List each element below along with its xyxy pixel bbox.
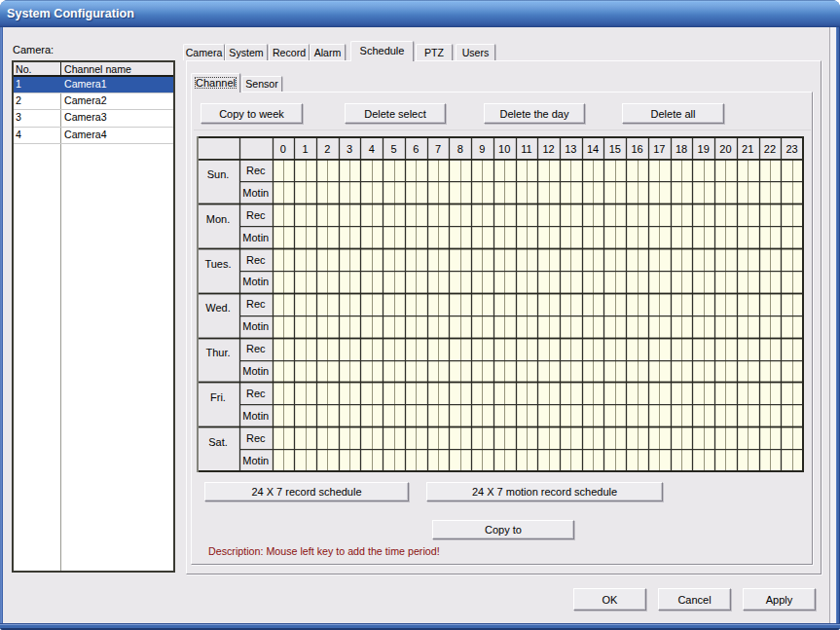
svg-text:Motin: Motin [242,320,269,332]
svg-text:19: 19 [698,143,710,155]
svg-text:7: 7 [435,143,441,155]
svg-text:23: 23 [785,143,797,155]
svg-text:Thur.: Thur. [205,347,230,358]
svg-text:11: 11 [521,143,531,155]
svg-text:Rec: Rec [246,388,266,399]
svg-text:Motin: Motin [242,187,269,199]
svg-text:20: 20 [719,143,731,155]
svg-text:Rec: Rec [246,165,266,176]
svg-text:Motin: Motin [242,276,269,287]
svg-text:Motin: Motin [242,455,269,466]
svg-text:Motin: Motin [242,410,269,422]
svg-text:0: 0 [280,143,286,155]
svg-text:14: 14 [587,143,599,155]
svg-text:Rec: Rec [246,209,266,221]
svg-text:12: 12 [542,143,554,155]
svg-text:6: 6 [413,143,419,155]
svg-text:8: 8 [457,143,463,155]
svg-text:Motin: Motin [242,232,269,243]
svg-text:Motin: Motin [242,365,269,377]
svg-text:10: 10 [498,143,510,155]
svg-text:Sat.: Sat. [208,436,228,448]
svg-text:16: 16 [631,143,642,155]
svg-text:18: 18 [676,143,687,155]
svg-text:Wed.: Wed. [205,302,230,314]
svg-text:5: 5 [390,143,396,155]
svg-text:2: 2 [324,143,330,155]
svg-text:4: 4 [369,143,375,155]
svg-text:Rec: Rec [246,298,266,310]
svg-text:22: 22 [764,143,776,155]
svg-text:17: 17 [653,143,665,155]
svg-text:3: 3 [347,143,352,155]
svg-text:Fri.: Fri. [210,391,226,403]
svg-text:Rec: Rec [246,432,266,444]
svg-text:9: 9 [479,143,485,155]
svg-text:Sun.: Sun. [207,168,230,180]
svg-text:1: 1 [303,143,309,155]
svg-text:Rec: Rec [246,343,266,354]
svg-text:21: 21 [742,143,753,155]
svg-text:15: 15 [609,143,621,155]
svg-text:Mon.: Mon. [206,213,230,225]
svg-text:Tues.: Tues. [204,258,231,270]
svg-text:Rec: Rec [246,254,266,266]
svg-text:13: 13 [565,143,576,155]
